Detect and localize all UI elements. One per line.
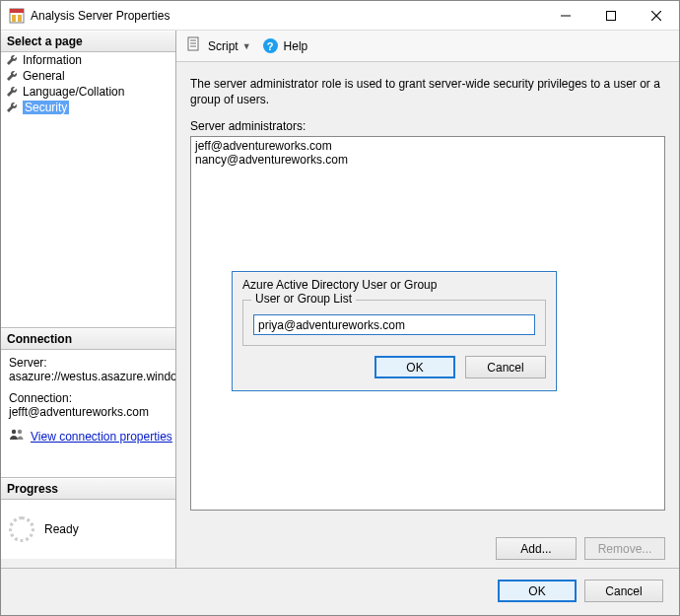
page-item-label: Information <box>23 53 82 67</box>
list-item[interactable]: jeff@adventureworks.com <box>195 139 660 153</box>
wrench-icon <box>5 85 19 99</box>
connection-header: Connection <box>1 328 175 350</box>
help-button[interactable]: Help <box>284 39 308 53</box>
toolbar: Script ▼ ? Help <box>176 31 679 62</box>
svg-point-8 <box>12 430 16 434</box>
aad-cancel-button[interactable]: Cancel <box>465 356 546 378</box>
dialog-footer: OK Cancel <box>1 568 679 613</box>
admin-list-label: Server administrators: <box>190 119 665 133</box>
wrench-icon <box>5 69 19 83</box>
page-item-general[interactable]: General <box>1 68 175 84</box>
user-group-fieldset: User or Group List <box>242 300 546 346</box>
server-value: asazure://westus.asazure.windows <box>9 370 168 383</box>
add-button[interactable]: Add... <box>496 537 577 560</box>
svg-point-9 <box>18 430 22 434</box>
wrench-icon <box>5 101 19 114</box>
page-item-security[interactable]: Security <box>1 100 175 115</box>
progress-panel: Ready <box>1 500 175 559</box>
connection-panel: Server: asazure://westus.asazure.windows… <box>1 350 175 478</box>
progress-status: Ready <box>44 522 79 536</box>
svg-rect-5 <box>607 11 616 20</box>
script-button[interactable]: Script <box>208 39 238 53</box>
page-item-label: Security <box>23 101 69 114</box>
view-connection-properties-text: View connection properties <box>31 430 172 444</box>
page-list: Information General Language/Collation S… <box>1 52 175 328</box>
window-buttons <box>543 1 679 30</box>
connection-value: jefft@adventureworks.com <box>9 405 168 419</box>
page-item-label: General <box>23 69 65 83</box>
maximize-button[interactable] <box>588 1 634 30</box>
list-item[interactable]: nancy@adventureworks.com <box>195 153 660 167</box>
cancel-button[interactable]: Cancel <box>584 580 663 602</box>
titlebar: Analysis Server Properties <box>1 1 679 31</box>
minimize-button[interactable] <box>543 1 588 30</box>
remove-button: Remove... <box>584 537 665 560</box>
svg-rect-2 <box>12 15 16 22</box>
page-item-information[interactable]: Information <box>1 52 175 68</box>
page-item-language-collation[interactable]: Language/Collation <box>1 84 175 100</box>
page-item-label: Language/Collation <box>23 85 124 99</box>
spinner-icon <box>9 516 34 542</box>
wrench-icon <box>5 53 19 67</box>
progress-header: Progress <box>1 478 175 500</box>
connection-label: Connection: <box>9 391 168 405</box>
close-button[interactable] <box>634 1 679 30</box>
aad-user-group-dialog: Azure Active Directory User or Group Use… <box>232 271 557 391</box>
script-icon <box>186 36 202 55</box>
user-group-input[interactable] <box>253 314 535 335</box>
help-icon: ? <box>263 38 278 53</box>
app-icon <box>9 8 25 24</box>
user-group-legend: User or Group List <box>251 292 356 306</box>
script-dropdown-icon[interactable]: ▼ <box>242 41 251 51</box>
people-icon <box>9 427 25 445</box>
select-page-header: Select a page <box>1 31 175 52</box>
left-panel: Select a page Information General Langua… <box>1 31 176 568</box>
view-connection-properties-link[interactable]: View connection properties <box>9 427 168 445</box>
window-title: Analysis Server Properties <box>31 9 543 23</box>
ok-button[interactable]: OK <box>498 580 577 602</box>
svg-rect-3 <box>18 15 22 22</box>
aad-ok-button[interactable]: OK <box>374 356 455 378</box>
svg-rect-1 <box>10 9 24 13</box>
security-description: The server administrator role is used to… <box>190 76 665 107</box>
server-label: Server: <box>9 356 168 370</box>
